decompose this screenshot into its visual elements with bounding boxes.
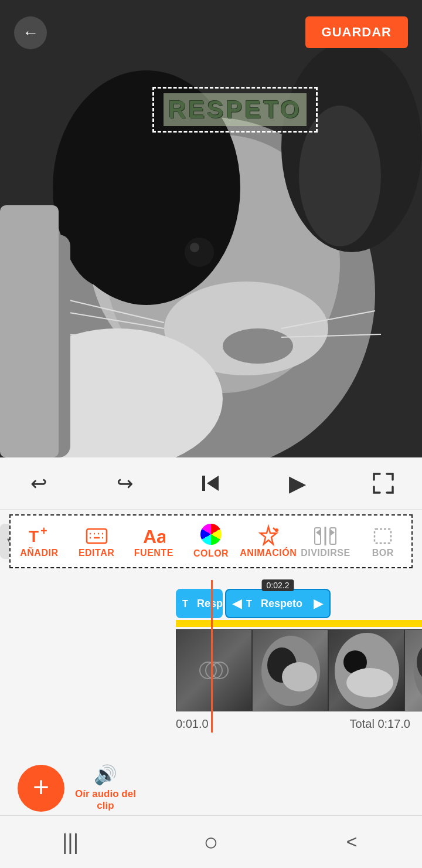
svg-point-8 bbox=[223, 328, 293, 364]
clip-right-arrow[interactable]: ▶ bbox=[314, 596, 324, 611]
tool-edit-label: EDITAR bbox=[79, 548, 114, 558]
timeline: T Resp 0:02.2 ◀ T Respeto ▶ bbox=[0, 580, 422, 733]
tool-edit[interactable]: EDITAR bbox=[68, 516, 125, 567]
tool-color[interactable]: COLOR bbox=[182, 516, 240, 567]
save-button[interactable]: GUARDAR bbox=[305, 16, 408, 48]
tool-border-label: BOR bbox=[372, 548, 394, 558]
svg-point-10 bbox=[185, 238, 214, 267]
nav-bar: ||| ○ < bbox=[0, 815, 422, 868]
redo-icon: ↪ bbox=[117, 472, 133, 495]
font-icon: Aa bbox=[142, 524, 165, 548]
svg-point-37 bbox=[275, 528, 278, 532]
audio-track bbox=[176, 620, 422, 627]
svg-text:T: T bbox=[246, 599, 252, 609]
tool-add-label: AÑADIR bbox=[20, 548, 58, 558]
film-frame-3 bbox=[328, 629, 404, 711]
tool-font-label: FUENTE bbox=[134, 548, 173, 558]
text-overlay-label: RESPETO bbox=[164, 93, 307, 126]
dog-thumb-3 bbox=[329, 630, 404, 711]
edit-icon bbox=[85, 524, 108, 548]
video-preview: ← GUARDAR RESPETO bbox=[0, 0, 422, 457]
dog-silhouette bbox=[0, 0, 422, 457]
play-button[interactable]: ▶ bbox=[282, 468, 312, 499]
svg-point-52 bbox=[346, 668, 393, 697]
tool-split-label: DIVIDIRSE bbox=[301, 548, 350, 558]
svg-text:T: T bbox=[182, 599, 188, 609]
current-time-label: 0:01.0 bbox=[176, 717, 209, 731]
film-frame-2 bbox=[252, 629, 328, 711]
nav-back-icon: < bbox=[346, 831, 358, 853]
film-frame-4 bbox=[404, 629, 422, 711]
svg-point-11 bbox=[190, 243, 199, 252]
clip-duration-badge: 0:02.2 bbox=[262, 579, 294, 591]
undo-icon: ↩ bbox=[30, 472, 47, 495]
tool-animation[interactable]: ANIMACIÓN bbox=[240, 516, 297, 567]
text-clip-1-label: T Resp bbox=[182, 598, 223, 610]
fullscreen-button[interactable] bbox=[368, 468, 399, 499]
tool-animation-label: ANIMACIÓN bbox=[240, 548, 297, 558]
clip-left-arrow[interactable]: ◀ bbox=[232, 596, 242, 611]
svg-point-49 bbox=[282, 662, 317, 691]
add-button[interactable]: + bbox=[18, 765, 64, 812]
tool-border[interactable]: BOR bbox=[354, 516, 411, 567]
tool-split[interactable]: DIVIDIRSE bbox=[297, 516, 355, 567]
total-time-label: Total 0:17.0 bbox=[350, 717, 410, 731]
nav-menu-button[interactable]: ||| bbox=[47, 819, 94, 866]
add-plus-icon: + bbox=[33, 773, 49, 801]
video-icon bbox=[196, 653, 232, 688]
animation-icon bbox=[257, 524, 280, 548]
tools-row: T + AÑADIR EDITAR bbox=[9, 514, 413, 568]
svg-marker-23 bbox=[207, 476, 219, 491]
nav-back-button[interactable]: < bbox=[328, 819, 375, 866]
dog-thumb-4 bbox=[405, 630, 422, 711]
audio-clip-label: Oír audio delclip bbox=[75, 788, 136, 812]
audio-clip-button[interactable]: 🔊 Oír audio delclip bbox=[75, 764, 136, 812]
play-icon: ▶ bbox=[289, 470, 306, 496]
add-text-icon: T + bbox=[28, 524, 51, 548]
svg-text:T: T bbox=[29, 527, 39, 545]
text-clip-2[interactable]: 0:02.2 ◀ T Respeto ▶ bbox=[225, 589, 331, 618]
video-background bbox=[0, 0, 422, 457]
timeline-cursor bbox=[211, 580, 213, 733]
tool-font[interactable]: Aa FUENTE bbox=[125, 516, 182, 567]
toolbar-area: ↩ ↪ ▶ ▼ bbox=[0, 457, 422, 868]
fullscreen-icon bbox=[372, 472, 395, 495]
color-wheel-icon bbox=[200, 524, 222, 545]
text-clip-2-label: T Respeto bbox=[246, 598, 302, 610]
svg-rect-26 bbox=[87, 529, 107, 543]
dog-thumb-2 bbox=[253, 630, 328, 711]
tool-color-label: COLOR bbox=[193, 548, 229, 559]
skip-start-icon bbox=[200, 472, 222, 494]
nav-menu-icon: ||| bbox=[62, 830, 79, 855]
svg-text:Aa: Aa bbox=[143, 526, 165, 547]
nav-home-button[interactable]: ○ bbox=[188, 819, 234, 866]
redo-button[interactable]: ↪ bbox=[110, 468, 140, 499]
svg-rect-22 bbox=[202, 476, 205, 491]
back-arrow-icon: ← bbox=[22, 25, 39, 41]
back-button[interactable]: ← bbox=[14, 16, 47, 49]
svg-rect-41 bbox=[375, 529, 391, 543]
border-icon bbox=[371, 524, 394, 548]
audio-icon: 🔊 bbox=[94, 764, 117, 786]
nav-home-icon: ○ bbox=[203, 828, 218, 856]
svg-point-12 bbox=[59, 123, 152, 287]
svg-text:+: + bbox=[40, 524, 47, 537]
text-clip-1[interactable]: T Resp bbox=[176, 589, 223, 618]
svg-rect-21 bbox=[0, 205, 59, 457]
controls-row: ↩ ↪ ▶ bbox=[0, 457, 422, 510]
film-frame-1 bbox=[176, 629, 252, 711]
tool-add[interactable]: T + AÑADIR bbox=[11, 516, 68, 567]
undo-button[interactable]: ↩ bbox=[23, 468, 54, 499]
split-icon bbox=[314, 524, 337, 548]
text-overlay-container[interactable]: RESPETO bbox=[152, 87, 318, 133]
filmstrip bbox=[176, 629, 422, 711]
skip-start-button[interactable] bbox=[196, 468, 226, 499]
